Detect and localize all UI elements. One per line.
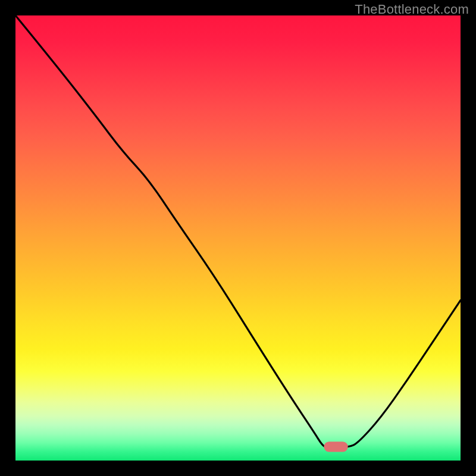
optimal-marker [324, 441, 347, 452]
chart-overlay [15, 15, 461, 461]
plot-area [15, 15, 461, 461]
bottleneck-curve [15, 15, 461, 447]
frame: TheBottleneck.com [0, 0, 476, 476]
watermark: TheBottleneck.com [355, 2, 469, 17]
